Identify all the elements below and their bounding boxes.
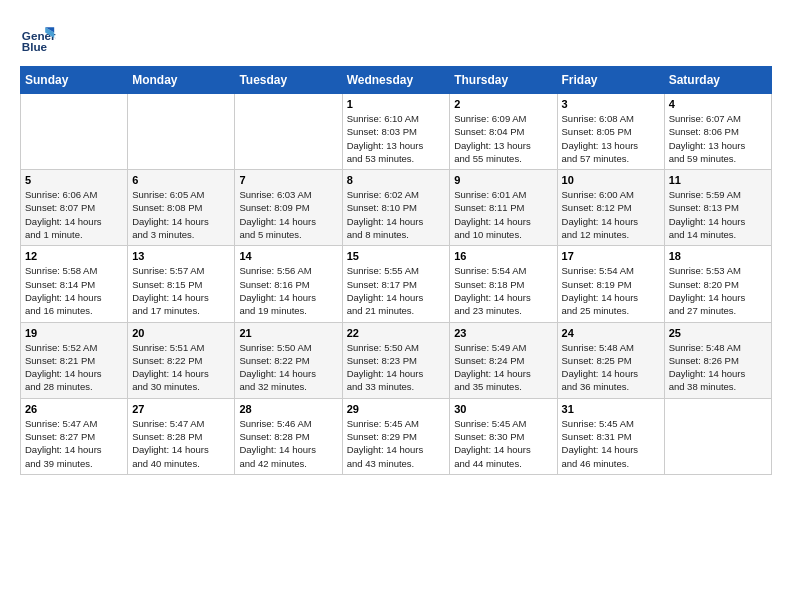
day-info: Sunrise: 5:48 AM Sunset: 8:25 PM Dayligh… bbox=[562, 341, 660, 394]
day-info: Sunrise: 5:49 AM Sunset: 8:24 PM Dayligh… bbox=[454, 341, 552, 394]
day-number: 13 bbox=[132, 250, 230, 262]
day-number: 7 bbox=[239, 174, 337, 186]
calendar-week-3: 12Sunrise: 5:58 AM Sunset: 8:14 PM Dayli… bbox=[21, 246, 772, 322]
day-info: Sunrise: 6:05 AM Sunset: 8:08 PM Dayligh… bbox=[132, 188, 230, 241]
calendar-cell: 14Sunrise: 5:56 AM Sunset: 8:16 PM Dayli… bbox=[235, 246, 342, 322]
weekday-header-thursday: Thursday bbox=[450, 67, 557, 94]
day-number: 5 bbox=[25, 174, 123, 186]
calendar-cell: 17Sunrise: 5:54 AM Sunset: 8:19 PM Dayli… bbox=[557, 246, 664, 322]
calendar-cell: 29Sunrise: 5:45 AM Sunset: 8:29 PM Dayli… bbox=[342, 398, 450, 474]
day-info: Sunrise: 5:56 AM Sunset: 8:16 PM Dayligh… bbox=[239, 264, 337, 317]
day-info: Sunrise: 5:58 AM Sunset: 8:14 PM Dayligh… bbox=[25, 264, 123, 317]
calendar-cell: 31Sunrise: 5:45 AM Sunset: 8:31 PM Dayli… bbox=[557, 398, 664, 474]
day-number: 31 bbox=[562, 403, 660, 415]
day-number: 29 bbox=[347, 403, 446, 415]
day-info: Sunrise: 6:00 AM Sunset: 8:12 PM Dayligh… bbox=[562, 188, 660, 241]
day-info: Sunrise: 5:53 AM Sunset: 8:20 PM Dayligh… bbox=[669, 264, 767, 317]
day-info: Sunrise: 5:48 AM Sunset: 8:26 PM Dayligh… bbox=[669, 341, 767, 394]
calendar-cell: 24Sunrise: 5:48 AM Sunset: 8:25 PM Dayli… bbox=[557, 322, 664, 398]
calendar-cell: 1Sunrise: 6:10 AM Sunset: 8:03 PM Daylig… bbox=[342, 94, 450, 170]
calendar-cell: 16Sunrise: 5:54 AM Sunset: 8:18 PM Dayli… bbox=[450, 246, 557, 322]
day-number: 18 bbox=[669, 250, 767, 262]
day-number: 22 bbox=[347, 327, 446, 339]
day-number: 3 bbox=[562, 98, 660, 110]
calendar-week-1: 1Sunrise: 6:10 AM Sunset: 8:03 PM Daylig… bbox=[21, 94, 772, 170]
day-number: 9 bbox=[454, 174, 552, 186]
day-number: 11 bbox=[669, 174, 767, 186]
calendar-week-5: 26Sunrise: 5:47 AM Sunset: 8:27 PM Dayli… bbox=[21, 398, 772, 474]
weekday-header-wednesday: Wednesday bbox=[342, 67, 450, 94]
calendar-cell: 12Sunrise: 5:58 AM Sunset: 8:14 PM Dayli… bbox=[21, 246, 128, 322]
day-number: 6 bbox=[132, 174, 230, 186]
day-info: Sunrise: 5:52 AM Sunset: 8:21 PM Dayligh… bbox=[25, 341, 123, 394]
calendar-cell: 5Sunrise: 6:06 AM Sunset: 8:07 PM Daylig… bbox=[21, 170, 128, 246]
day-info: Sunrise: 5:51 AM Sunset: 8:22 PM Dayligh… bbox=[132, 341, 230, 394]
day-number: 25 bbox=[669, 327, 767, 339]
calendar-cell: 28Sunrise: 5:46 AM Sunset: 8:28 PM Dayli… bbox=[235, 398, 342, 474]
day-info: Sunrise: 5:46 AM Sunset: 8:28 PM Dayligh… bbox=[239, 417, 337, 470]
day-number: 24 bbox=[562, 327, 660, 339]
calendar-cell: 10Sunrise: 6:00 AM Sunset: 8:12 PM Dayli… bbox=[557, 170, 664, 246]
day-number: 17 bbox=[562, 250, 660, 262]
day-number: 26 bbox=[25, 403, 123, 415]
day-number: 10 bbox=[562, 174, 660, 186]
weekday-header-friday: Friday bbox=[557, 67, 664, 94]
calendar-cell bbox=[664, 398, 771, 474]
day-number: 15 bbox=[347, 250, 446, 262]
day-info: Sunrise: 6:02 AM Sunset: 8:10 PM Dayligh… bbox=[347, 188, 446, 241]
day-info: Sunrise: 5:55 AM Sunset: 8:17 PM Dayligh… bbox=[347, 264, 446, 317]
day-number: 19 bbox=[25, 327, 123, 339]
logo-icon: General Blue bbox=[20, 20, 56, 56]
day-number: 4 bbox=[669, 98, 767, 110]
calendar-cell: 18Sunrise: 5:53 AM Sunset: 8:20 PM Dayli… bbox=[664, 246, 771, 322]
weekday-header-monday: Monday bbox=[128, 67, 235, 94]
calendar-week-2: 5Sunrise: 6:06 AM Sunset: 8:07 PM Daylig… bbox=[21, 170, 772, 246]
calendar-cell: 20Sunrise: 5:51 AM Sunset: 8:22 PM Dayli… bbox=[128, 322, 235, 398]
calendar-cell bbox=[128, 94, 235, 170]
calendar-table: SundayMondayTuesdayWednesdayThursdayFrid… bbox=[20, 66, 772, 475]
day-info: Sunrise: 5:57 AM Sunset: 8:15 PM Dayligh… bbox=[132, 264, 230, 317]
day-info: Sunrise: 5:59 AM Sunset: 8:13 PM Dayligh… bbox=[669, 188, 767, 241]
day-number: 30 bbox=[454, 403, 552, 415]
calendar-cell: 27Sunrise: 5:47 AM Sunset: 8:28 PM Dayli… bbox=[128, 398, 235, 474]
day-number: 20 bbox=[132, 327, 230, 339]
calendar-cell: 9Sunrise: 6:01 AM Sunset: 8:11 PM Daylig… bbox=[450, 170, 557, 246]
weekday-header-sunday: Sunday bbox=[21, 67, 128, 94]
day-number: 8 bbox=[347, 174, 446, 186]
day-info: Sunrise: 5:54 AM Sunset: 8:18 PM Dayligh… bbox=[454, 264, 552, 317]
day-number: 23 bbox=[454, 327, 552, 339]
svg-text:Blue: Blue bbox=[22, 40, 48, 53]
calendar-cell bbox=[235, 94, 342, 170]
weekday-header-tuesday: Tuesday bbox=[235, 67, 342, 94]
page-header: General Blue bbox=[20, 20, 772, 56]
day-info: Sunrise: 5:45 AM Sunset: 8:30 PM Dayligh… bbox=[454, 417, 552, 470]
calendar-cell: 15Sunrise: 5:55 AM Sunset: 8:17 PM Dayli… bbox=[342, 246, 450, 322]
calendar-week-4: 19Sunrise: 5:52 AM Sunset: 8:21 PM Dayli… bbox=[21, 322, 772, 398]
day-info: Sunrise: 6:08 AM Sunset: 8:05 PM Dayligh… bbox=[562, 112, 660, 165]
calendar-cell: 19Sunrise: 5:52 AM Sunset: 8:21 PM Dayli… bbox=[21, 322, 128, 398]
calendar-cell: 7Sunrise: 6:03 AM Sunset: 8:09 PM Daylig… bbox=[235, 170, 342, 246]
day-number: 2 bbox=[454, 98, 552, 110]
calendar-cell: 11Sunrise: 5:59 AM Sunset: 8:13 PM Dayli… bbox=[664, 170, 771, 246]
day-number: 12 bbox=[25, 250, 123, 262]
day-number: 16 bbox=[454, 250, 552, 262]
calendar-cell: 25Sunrise: 5:48 AM Sunset: 8:26 PM Dayli… bbox=[664, 322, 771, 398]
day-info: Sunrise: 5:50 AM Sunset: 8:22 PM Dayligh… bbox=[239, 341, 337, 394]
calendar-cell bbox=[21, 94, 128, 170]
day-info: Sunrise: 6:03 AM Sunset: 8:09 PM Dayligh… bbox=[239, 188, 337, 241]
calendar-cell: 8Sunrise: 6:02 AM Sunset: 8:10 PM Daylig… bbox=[342, 170, 450, 246]
calendar-cell: 6Sunrise: 6:05 AM Sunset: 8:08 PM Daylig… bbox=[128, 170, 235, 246]
day-number: 21 bbox=[239, 327, 337, 339]
day-info: Sunrise: 6:10 AM Sunset: 8:03 PM Dayligh… bbox=[347, 112, 446, 165]
calendar-cell: 30Sunrise: 5:45 AM Sunset: 8:30 PM Dayli… bbox=[450, 398, 557, 474]
day-info: Sunrise: 6:06 AM Sunset: 8:07 PM Dayligh… bbox=[25, 188, 123, 241]
day-info: Sunrise: 5:54 AM Sunset: 8:19 PM Dayligh… bbox=[562, 264, 660, 317]
weekday-header-row: SundayMondayTuesdayWednesdayThursdayFrid… bbox=[21, 67, 772, 94]
day-info: Sunrise: 6:09 AM Sunset: 8:04 PM Dayligh… bbox=[454, 112, 552, 165]
calendar-cell: 23Sunrise: 5:49 AM Sunset: 8:24 PM Dayli… bbox=[450, 322, 557, 398]
day-info: Sunrise: 5:47 AM Sunset: 8:28 PM Dayligh… bbox=[132, 417, 230, 470]
day-number: 28 bbox=[239, 403, 337, 415]
logo: General Blue bbox=[20, 20, 60, 56]
day-info: Sunrise: 5:47 AM Sunset: 8:27 PM Dayligh… bbox=[25, 417, 123, 470]
calendar-cell: 2Sunrise: 6:09 AM Sunset: 8:04 PM Daylig… bbox=[450, 94, 557, 170]
